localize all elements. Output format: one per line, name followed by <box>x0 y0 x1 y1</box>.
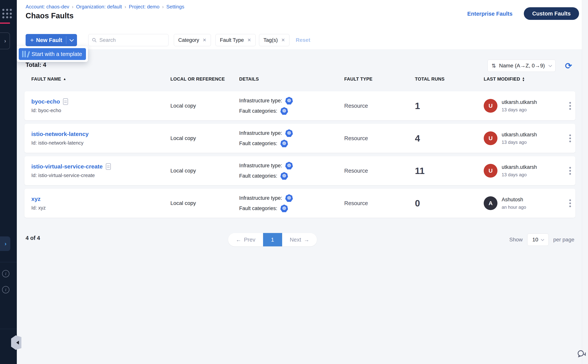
total-runs-value: 11 <box>403 166 471 176</box>
infrastructure-type-label: Infrastructure type: <box>239 130 282 136</box>
filter-chip-fault-type[interactable]: Fault Type ✕ <box>216 34 256 46</box>
column-header-fault-name[interactable]: FAULT NAME ▲ <box>25 76 158 82</box>
fault-name-link[interactable]: istio-network-latency <box>31 131 158 137</box>
help-chat-icon[interactable] <box>577 350 587 360</box>
column-header-label: FAULT TYPE <box>344 76 372 82</box>
next-label: Next <box>290 237 301 243</box>
infrastructure-type-label: Infrastructure type: <box>239 195 282 201</box>
current-page-button[interactable]: 1 <box>263 233 282 246</box>
modified-at: 13 days ago <box>502 107 537 112</box>
fault-id: Id: istio-network-latency <box>31 140 158 146</box>
sidebar-divider <box>0 262 17 262</box>
last-modified-cell: A Ashutosh an hour ago <box>471 196 552 210</box>
breadcrumb-separator: › <box>72 4 73 10</box>
table-header-row: FAULT NAME ▲ LOCAL OR REFERENCE DETAILS … <box>25 76 575 82</box>
kubernetes-icon[interactable]: ☸ <box>285 97 293 104</box>
fault-type-value: Resource <box>332 103 403 109</box>
breadcrumb-settings[interactable]: Settings <box>166 4 184 10</box>
refresh-button[interactable]: ⟳ <box>562 60 575 72</box>
template-library-icon <box>22 51 28 57</box>
modified-at: 13 days ago <box>502 140 537 145</box>
page-size-control: Show 10 per page <box>509 233 575 246</box>
kubernetes-icon[interactable]: ☸ <box>281 140 288 147</box>
infrastructure-type-label: Infrastructure type: <box>239 98 282 104</box>
row-menu-button[interactable] <box>565 167 575 175</box>
local-or-reference-value: Local copy <box>158 103 227 109</box>
fault-name-link[interactable]: byoc-echo <box>31 98 158 105</box>
description-icon <box>63 98 68 105</box>
sidebar-collapse-handle[interactable] <box>11 335 21 350</box>
sort-direction-icon: ⇅ <box>491 63 496 69</box>
fault-name-link[interactable]: xyz <box>31 196 158 202</box>
menu-item-label: Start with a template <box>32 51 82 57</box>
reset-filters-button[interactable]: Reset <box>296 37 310 43</box>
breadcrumb-organization[interactable]: Organization: default <box>76 4 122 10</box>
breadcrumb-account[interactable]: Account: chaos-dev <box>26 4 69 10</box>
app-grid-icon[interactable] <box>2 9 12 19</box>
close-icon[interactable]: ✕ <box>247 37 251 43</box>
local-or-reference-value: Local copy <box>158 200 227 206</box>
row-menu-button[interactable] <box>565 134 575 142</box>
fault-row[interactable]: xyz Id: xyz Local copy Infrastructure ty… <box>25 189 575 218</box>
breadcrumb-project[interactable]: Project: demo <box>129 4 159 10</box>
close-icon[interactable]: ✕ <box>203 37 207 43</box>
fault-details: Infrastructure type: ☸ Fault categories:… <box>227 162 332 180</box>
custom-faults-button[interactable]: Custom Faults <box>524 7 579 20</box>
fault-type-value: Resource <box>332 200 403 207</box>
fault-name-link[interactable]: istio-virtual-service-create <box>31 163 158 170</box>
fault-type-value: Resource <box>332 168 403 174</box>
start-with-template-menu-item[interactable]: Start with a template <box>19 48 86 60</box>
new-fault-button[interactable]: + New Fault <box>26 37 66 44</box>
local-or-reference-value: Local copy <box>158 135 227 141</box>
show-label: Show <box>509 237 523 243</box>
scroll-gutter <box>582 0 588 364</box>
row-menu-button[interactable] <box>565 102 575 110</box>
sort-asc-icon: ▲ <box>63 77 66 81</box>
kubernetes-icon[interactable]: ☸ <box>285 194 293 202</box>
column-header-last-modified[interactable]: LAST MODIFIED ▲▼ <box>471 76 552 82</box>
new-fault-dropdown-toggle[interactable] <box>66 34 77 46</box>
fault-id: Id: byoc-echo <box>31 108 158 113</box>
kubernetes-icon[interactable]: ☸ <box>281 107 288 115</box>
left-nav-rail: › › i i <box>0 0 17 364</box>
chevron-down-icon <box>549 63 552 67</box>
next-page-button[interactable]: Next → <box>282 233 317 246</box>
kubernetes-icon[interactable]: ☸ <box>285 162 293 169</box>
toolbar: + New Fault Category ✕ Fault Type ✕ Tag(… <box>17 25 582 50</box>
new-fault-label: New Fault <box>36 37 62 43</box>
module-accent-bar <box>0 23 10 24</box>
column-header-label: LAST MODIFIED <box>484 76 520 82</box>
sidebar-expand-button[interactable]: › <box>0 236 10 251</box>
kubernetes-icon[interactable]: ☸ <box>281 172 288 180</box>
fault-id: Id: istio-virtual-service-create <box>31 172 158 178</box>
filter-chip-category[interactable]: Category ✕ <box>174 34 211 46</box>
sort-dropdown[interactable]: ⇅ Name (A→Z, 0→9) <box>488 60 555 72</box>
search-input[interactable] <box>99 37 165 43</box>
fault-name: istio-network-latency <box>31 131 89 137</box>
arrow-left-icon: ← <box>236 237 241 243</box>
close-icon[interactable]: ✕ <box>281 37 285 43</box>
fault-row[interactable]: istio-virtual-service-create Id: istio-v… <box>25 156 575 185</box>
fault-row[interactable]: byoc-echo Id: byoc-echo Local copy Infra… <box>25 91 575 120</box>
page-size-value: 10 <box>532 237 538 243</box>
chevron-down-icon <box>69 37 74 42</box>
kubernetes-icon[interactable]: ☸ <box>281 205 288 212</box>
chevron-right-icon: › <box>4 38 6 44</box>
row-menu-button[interactable] <box>565 199 575 207</box>
new-fault-split-button: + New Fault <box>26 34 77 46</box>
fault-name: xyz <box>31 196 40 202</box>
chevron-right-icon: › <box>5 240 7 247</box>
filter-chip-tags[interactable]: Tag(s) ✕ <box>259 34 289 46</box>
column-header-local-or-reference: LOCAL OR REFERENCE <box>158 76 227 82</box>
modified-by: utkarsh.utkarsh <box>502 132 537 138</box>
nav-expand-button[interactable]: › <box>0 32 10 49</box>
kubernetes-icon[interactable]: ☸ <box>285 129 293 137</box>
info-icon[interactable]: i <box>2 286 9 293</box>
prev-page-button[interactable]: ← Prev <box>228 233 263 246</box>
fault-row[interactable]: istio-network-latency Id: istio-network-… <box>25 124 575 153</box>
column-header-total-runs: TOTAL RUNS <box>403 76 471 82</box>
info-icon[interactable]: i <box>2 270 9 277</box>
enterprise-faults-link[interactable]: Enterprise Faults <box>467 11 513 17</box>
page-size-select[interactable]: 10 <box>527 234 549 246</box>
total-runs-value: 0 <box>403 198 471 208</box>
